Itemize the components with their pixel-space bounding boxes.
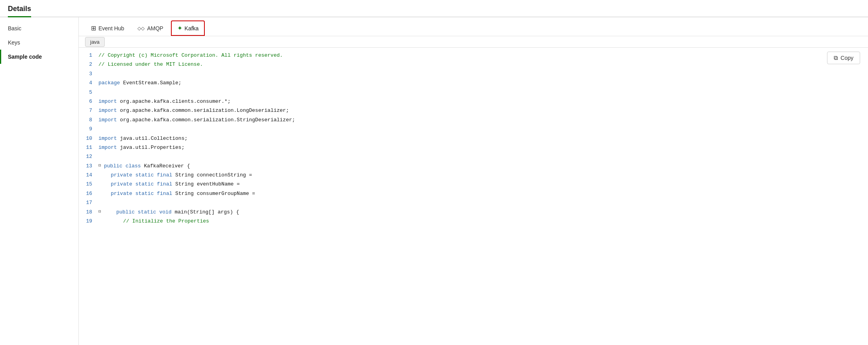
code-line-5 xyxy=(98,88,836,97)
code-line-6: import org.apache.kafka.clients.consumer… xyxy=(98,97,836,106)
code-line-7: import org.apache.kafka.common.serializa… xyxy=(98,106,836,115)
amqp-icon: ◇◇ xyxy=(137,26,145,31)
code-line-3 xyxy=(98,69,836,78)
code-line-12 xyxy=(98,152,836,161)
code-lines: // Copyright (c) Microsoft Corporation. … xyxy=(98,51,868,342)
tab-amqp[interactable]: ◇◇ AMQP xyxy=(132,22,169,35)
kafka-icon: ✦ xyxy=(177,24,182,32)
code-line-13: ⊟public class KafkaReceiver { xyxy=(98,161,836,171)
code-line-2: // Licensed under the MIT License. xyxy=(98,60,836,69)
line-numbers: 1 2 3 4 5 6 7 8 9 10 11 12 13 14 xyxy=(79,51,98,342)
tab-kafka[interactable]: ✦ Kafka xyxy=(171,20,205,36)
code-area: java ⧉ Copy 1 2 3 4 5 xyxy=(79,36,868,345)
copy-label: Copy xyxy=(840,55,853,61)
code-line-1: // Copyright (c) Microsoft Corporation. … xyxy=(98,51,836,60)
sidebar-item-sample-code[interactable]: Sample code xyxy=(0,50,78,64)
content-area: ⊞ Event Hub ◇◇ AMQP ✦ Kafka java xyxy=(79,17,868,345)
tab-event-hub-label: Event Hub xyxy=(98,25,124,32)
main-layout: Basic Keys Sample code ⊞ Event Hub ◇◇ AM… xyxy=(0,17,868,345)
event-hub-icon: ⊞ xyxy=(91,24,96,32)
code-line-9 xyxy=(98,124,836,134)
code-line-16: private static final String consumerGrou… xyxy=(98,189,836,198)
fold-icon-13[interactable]: ⊟ xyxy=(98,162,104,170)
app-container: Details Basic Keys Sample code ⊞ Event H… xyxy=(0,0,868,345)
sidebar-item-keys[interactable]: Keys xyxy=(0,35,78,50)
code-container[interactable]: ⧉ Copy 1 2 3 4 5 6 7 8 9 10 xyxy=(79,48,868,345)
code-line-19: // Initialize the Properties xyxy=(98,217,836,226)
copy-button[interactable]: ⧉ Copy xyxy=(827,52,860,64)
code-line-15: private static final String eventHubName… xyxy=(98,180,836,189)
fold-icon-18[interactable]: ⊟ xyxy=(98,208,104,216)
sidebar-item-basic[interactable]: Basic xyxy=(0,21,78,35)
code-line-4: package EventStream.Sample; xyxy=(98,78,836,87)
tab-amqp-label: AMQP xyxy=(147,25,163,32)
copy-icon: ⧉ xyxy=(834,54,838,61)
code-line-10: import java.util.Collections; xyxy=(98,134,836,143)
language-badge[interactable]: java xyxy=(85,37,105,47)
page-title: Details xyxy=(8,5,31,17)
code-line-18: ⊟ public static void main(String[] args)… xyxy=(98,208,836,217)
tab-kafka-label: Kafka xyxy=(185,25,199,32)
tab-bar: ⊞ Event Hub ◇◇ AMQP ✦ Kafka xyxy=(79,17,868,36)
sidebar: Basic Keys Sample code xyxy=(0,17,79,345)
tab-event-hub[interactable]: ⊞ Event Hub xyxy=(85,21,130,35)
code-line-8: import org.apache.kafka.common.serializa… xyxy=(98,115,836,124)
code-line-17 xyxy=(98,198,836,207)
code-line-11: import java.util.Properties; xyxy=(98,143,836,152)
language-bar: java xyxy=(79,36,868,48)
code-line-14: private static final String connectionSt… xyxy=(98,171,836,180)
page-title-bar: Details xyxy=(0,0,868,17)
